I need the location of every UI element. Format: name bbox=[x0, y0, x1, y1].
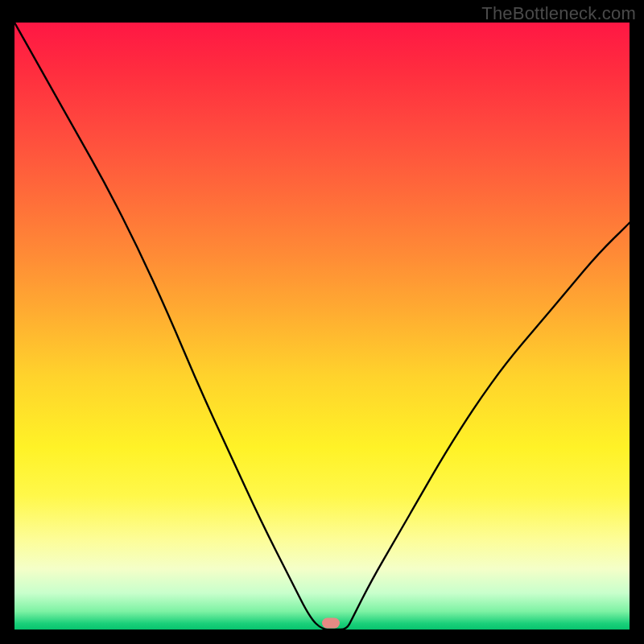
bottleneck-curve bbox=[14, 23, 630, 630]
plot-area bbox=[14, 23, 630, 630]
watermark-text: TheBottleneck.com bbox=[481, 3, 636, 24]
chart-frame: TheBottleneck.com bbox=[0, 0, 644, 644]
optimal-point-marker bbox=[322, 618, 340, 629]
